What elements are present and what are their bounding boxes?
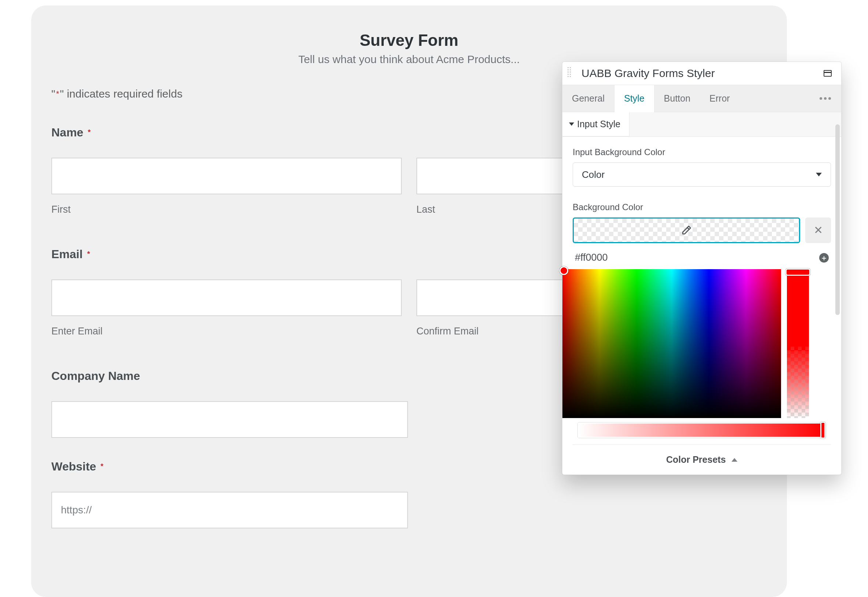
styler-popover: UABB Gravity Forms Styler General Style … bbox=[562, 62, 841, 475]
popover-tabs: General Style Button Error bbox=[562, 85, 841, 112]
tab-general[interactable]: General bbox=[562, 85, 614, 112]
hex-row: #ff0000 ＋ bbox=[573, 248, 831, 269]
section-input-style[interactable]: Input Style bbox=[562, 112, 630, 137]
chevron-up-icon bbox=[731, 458, 737, 462]
required-star-icon: * bbox=[83, 250, 90, 258]
hue-alpha-slider[interactable] bbox=[787, 269, 809, 418]
color-presets-toggle[interactable]: Color Presets bbox=[573, 444, 831, 475]
website-input[interactable] bbox=[51, 492, 408, 529]
tint-slider[interactable] bbox=[578, 422, 826, 438]
required-star-icon: * bbox=[83, 128, 91, 136]
add-preset-button[interactable]: ＋ bbox=[819, 253, 829, 263]
popover-title: UABB Gravity Forms Styler bbox=[581, 67, 823, 80]
form-title: Survey Form bbox=[51, 31, 767, 49]
setting-input-bg-color-label: Input Background Color bbox=[573, 147, 831, 157]
clear-color-button[interactable]: ✕ bbox=[805, 217, 831, 243]
drag-handle-icon[interactable] bbox=[568, 67, 575, 80]
tab-more-icon[interactable] bbox=[809, 97, 841, 100]
label-text: Name bbox=[51, 126, 83, 139]
sv-thumb[interactable] bbox=[559, 266, 568, 275]
first-name-input[interactable] bbox=[51, 158, 402, 195]
tab-error[interactable]: Error bbox=[700, 85, 740, 112]
popover-header: UABB Gravity Forms Styler bbox=[562, 62, 841, 85]
section-bar: Input Style bbox=[562, 112, 841, 137]
input-bg-color-type-select[interactable]: Color bbox=[573, 162, 831, 187]
eyedropper-icon bbox=[681, 225, 692, 236]
section-label: Input Style bbox=[577, 119, 620, 129]
chevron-down-icon bbox=[569, 122, 574, 126]
hue-thumb[interactable] bbox=[785, 269, 810, 276]
quote-open: " bbox=[51, 88, 55, 100]
saturation-value-canvas[interactable] bbox=[562, 269, 781, 418]
required-star-icon: * bbox=[96, 462, 104, 470]
chevron-down-icon bbox=[816, 173, 822, 177]
enter-email-input[interactable] bbox=[51, 279, 402, 316]
asterisk-icon: * bbox=[55, 89, 60, 98]
tab-button[interactable]: Button bbox=[654, 85, 700, 112]
label-text: Website bbox=[51, 460, 96, 473]
label-text: Company Name bbox=[51, 369, 140, 382]
popover-body: Input Background Color Color Background … bbox=[562, 137, 841, 475]
hue-alpha-column bbox=[787, 269, 809, 418]
close-icon: ✕ bbox=[814, 225, 823, 236]
scrollbar[interactable] bbox=[835, 124, 840, 315]
select-value: Color bbox=[582, 169, 605, 180]
company-name-input[interactable] bbox=[51, 401, 408, 438]
hex-value[interactable]: #ff0000 bbox=[575, 252, 608, 263]
window-mode-icon[interactable] bbox=[823, 70, 832, 77]
required-note-text: " indicates required fields bbox=[60, 88, 182, 100]
tab-style[interactable]: Style bbox=[614, 85, 654, 112]
presets-label: Color Presets bbox=[666, 454, 726, 465]
setting-bg-color-label: Background Color bbox=[573, 202, 831, 212]
color-picker bbox=[562, 269, 841, 418]
current-color-swatch[interactable] bbox=[573, 217, 800, 243]
tint-thumb[interactable] bbox=[820, 422, 825, 438]
enter-email-sublabel: Enter Email bbox=[51, 326, 402, 337]
first-name-sublabel: First bbox=[51, 204, 402, 215]
label-text: Email bbox=[51, 248, 83, 261]
